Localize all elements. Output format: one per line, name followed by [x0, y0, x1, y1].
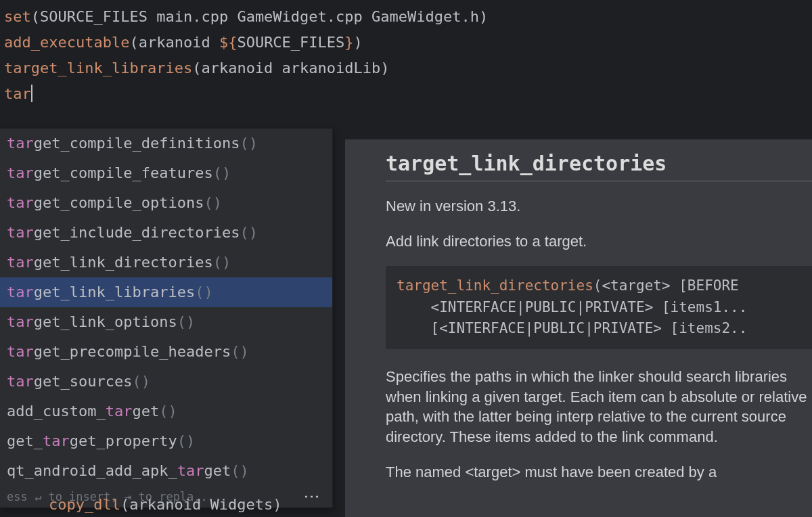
code-editor[interactable]: set(SOURCE_FILES main.cpp GameWidget.cpp… [0, 0, 812, 107]
keyword-add-executable: add_executable [4, 34, 129, 51]
doc-body: Specifies the paths in which the linker … [386, 367, 812, 447]
more-icon[interactable] [302, 489, 321, 505]
code-line: set(SOURCE_FILES main.cpp GameWidget.cpp… [0, 4, 812, 30]
completion-item[interactable]: target_compile_features() [0, 158, 332, 188]
completion-item[interactable]: get_target_property() [0, 426, 332, 456]
typed-input-line[interactable]: tar [0, 81, 812, 107]
completion-item[interactable]: qt_android_add_apk_target() [0, 456, 332, 486]
completion-item[interactable]: target_link_directories() [0, 248, 332, 277]
completion-item[interactable]: target_compile_definitions() [0, 129, 332, 158]
completion-item[interactable]: target_sources() [0, 367, 332, 397]
completion-item[interactable]: target_precompile_headers() [0, 337, 332, 367]
text-caret [31, 85, 32, 102]
doc-title: target_link_directories [386, 152, 812, 181]
doc-version: New in version 3.13. [386, 196, 812, 217]
completion-item[interactable]: target_link_libraries() [0, 277, 332, 307]
doc-subtitle: Add link directories to a target. [386, 231, 812, 252]
completion-item[interactable]: target_compile_options() [0, 188, 332, 218]
completion-item[interactable]: add_custom_target() [0, 397, 332, 426]
keyword-set: set [4, 8, 31, 25]
autocomplete-popup: target_compile_definitions()target_compi… [0, 129, 333, 508]
keyword-tll: target_link_libraries [4, 60, 192, 76]
code-line-bottom: copy_dll(arkanoid Widgets) [0, 493, 281, 517]
completion-item[interactable]: target_link_options() [0, 307, 332, 337]
code-line: target_link_libraries(arkanoid arkanoidL… [0, 55, 812, 81]
documentation-panel: target_link_directories New in version 3… [345, 139, 812, 517]
code-line: add_executable(arkanoid ${SOURCE_FILES}) [0, 30, 812, 55]
doc-body: The named <target> must have been create… [386, 462, 812, 482]
completion-item[interactable]: target_include_directories() [0, 218, 332, 248]
doc-signature: target_link_directories(<target> [BEFORE… [386, 266, 812, 349]
